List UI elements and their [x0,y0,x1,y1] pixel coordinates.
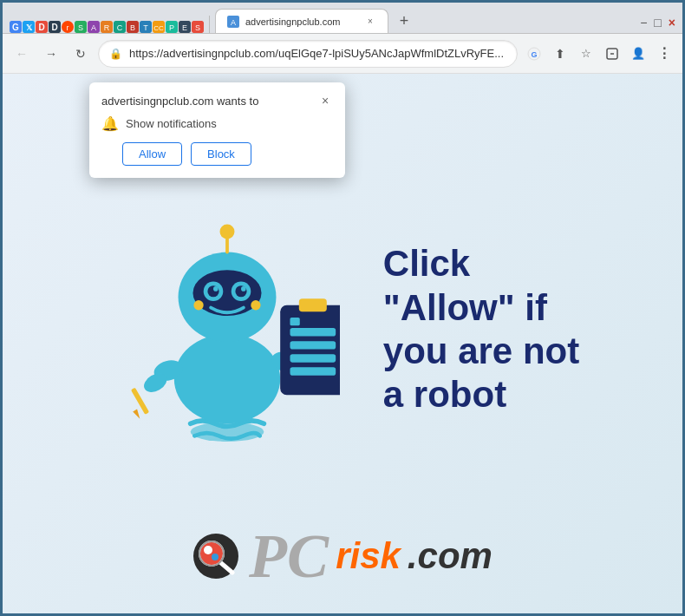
popup-header: advertisingnpclub.com wants to × [101,93,333,108]
svg-marker-41 [133,410,142,421]
tab-bar: G 𝕏 D D r S A R C B T CC P E S A advert [3,3,682,34]
popup-buttons: Allow Block [101,142,333,166]
favicon-misc7: CC [153,21,165,33]
svg-rect-48 [290,367,336,375]
favicon-misc1: S [75,21,87,33]
favicon-misc6: T [140,21,152,33]
back-button[interactable]: ← [10,42,34,66]
svg-rect-40 [131,388,149,415]
pcrisk-logo-icon [192,533,240,580]
robot-illustration [106,178,349,482]
allow-button[interactable]: Allow [122,142,182,166]
svg-text:B: B [130,23,135,32]
forward-arrow-icon: → [45,47,57,61]
new-tab-button[interactable]: + [392,9,416,33]
window-controls: − □ × [640,16,675,33]
tab-close-button[interactable]: × [363,15,377,29]
svg-point-66 [204,546,212,554]
svg-text:A: A [91,23,96,32]
cta-line1: Click [383,242,579,285]
lock-icon: 🔒 [109,48,122,60]
cta-line2: "Allow" if [383,286,579,330]
favicon-misc3: R [101,21,113,33]
svg-point-57 [213,286,219,292]
favicon-d2: D [49,21,61,33]
notification-popup: advertisingnpclub.com wants to × 🔔 Show … [89,82,345,178]
address-bar: ← → ↻ 🔒 https://advertisingnpclub.com/uq… [3,34,682,74]
menu-icon: ⋮ [657,45,671,62]
block-button[interactable]: Block [191,142,251,166]
popup-title: advertisingnpclub.com wants to [101,95,258,108]
pcrisk-com-text: .com [408,535,493,577]
tab-search-button[interactable] [601,43,623,65]
cta-line3: you are not [383,330,579,373]
cta-line4: a robot [383,373,579,416]
svg-text:P: P [169,23,174,32]
svg-text:R: R [104,23,110,32]
svg-text:S: S [195,23,200,32]
reload-button[interactable]: ↻ [68,42,93,66]
maximize-button[interactable]: □ [654,16,661,29]
bookmark-button[interactable]: ☆ [575,43,597,65]
tab-title: advertisingnpclub.com [245,16,358,27]
share-icon: ⬆ [555,47,565,61]
svg-text:T: T [143,23,148,32]
svg-point-60 [251,300,260,310]
svg-text:S: S [78,23,83,32]
svg-text:E: E [182,23,187,32]
svg-text:C: C [117,23,123,32]
page-content: advertisingnpclub.com wants to × 🔔 Show … [3,74,682,613]
robot-svg [114,191,340,469]
svg-text:D: D [38,23,44,32]
tab-favicon: A [226,15,240,29]
favicon-misc5: B [127,21,139,33]
svg-text:G: G [531,50,537,59]
share-button[interactable]: ⬆ [549,43,571,65]
profile-icon: 👤 [631,47,645,60]
star-icon: ☆ [581,47,591,60]
browser-window: G 𝕏 D D r S A R C B T CC P E S A advert [3,3,682,613]
address-bar-actions: G ⬆ ☆ 👤 ⋮ [523,43,675,65]
svg-point-62 [219,225,234,239]
content-area: advertisingnpclub.com wants to × 🔔 Show … [3,74,682,613]
svg-rect-47 [290,354,336,362]
main-body: Click "Allow" if you are not a robot [106,143,579,516]
svg-text:G: G [12,23,19,32]
notification-label: Show notifications [126,117,217,130]
svg-point-58 [241,286,246,292]
google-icon: G [527,47,541,61]
popup-notification-row: 🔔 Show notifications [101,115,333,132]
svg-point-67 [212,554,219,560]
svg-text:𝕏: 𝕏 [26,23,33,32]
svg-text:D: D [51,23,57,32]
svg-text:CC: CC [153,24,164,32]
menu-button[interactable]: ⋮ [653,43,675,65]
favicon-misc2: A [88,21,100,33]
svg-rect-49 [290,318,299,325]
tab-search-icon [606,48,618,60]
favicons-row: G 𝕏 D D r S A R C B T CC P E S [10,21,204,33]
svg-rect-44 [299,298,327,311]
reload-icon: ↻ [75,47,86,61]
google-search-button[interactable]: G [523,43,545,65]
favicon-misc9: E [179,21,191,33]
profile-button[interactable]: 👤 [627,43,649,65]
svg-rect-45 [290,328,336,336]
svg-text:r: r [67,23,69,32]
svg-rect-46 [290,341,336,349]
pcrisk-risk-text: risk [336,535,401,577]
back-arrow-icon: ← [16,47,28,61]
address-input-wrapper[interactable]: 🔒 https://advertisingnpclub.com/uqElGqe7… [98,40,518,68]
favicon-reddit: r [62,21,74,33]
forward-button[interactable]: → [39,42,63,66]
favicon-misc8: P [166,21,178,33]
popup-close-button[interactable]: × [317,93,333,108]
svg-point-52 [192,270,261,316]
minimize-button[interactable]: − [640,16,647,29]
svg-point-37 [174,334,280,424]
close-button[interactable]: × [669,16,675,29]
favicon-d1: D [36,21,48,33]
svg-rect-43 [280,305,340,396]
pcrisk-pc-text: PC [249,525,329,587]
active-tab[interactable]: A advertisingnpclub.com × [215,9,388,33]
